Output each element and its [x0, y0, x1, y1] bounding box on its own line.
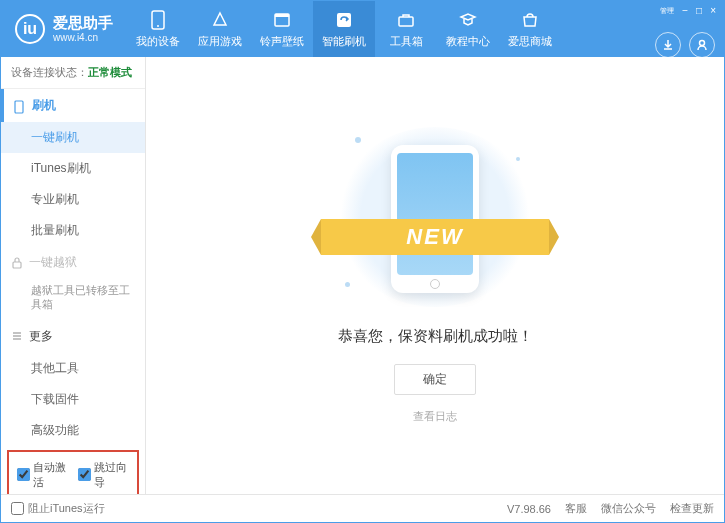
toolbox-icon [396, 10, 416, 30]
maximize-icon[interactable]: □ [696, 5, 702, 16]
close-icon[interactable]: × [710, 5, 716, 16]
app-url: www.i4.cn [53, 32, 113, 43]
sidebar-item-pro-flash[interactable]: 专业刷机 [1, 184, 145, 215]
svg-rect-5 [399, 17, 413, 26]
service-link[interactable]: 客服 [565, 501, 587, 516]
view-log-link[interactable]: 查看日志 [413, 409, 457, 424]
section-label: 更多 [29, 328, 53, 345]
checkbox-label: 自动激活 [33, 460, 68, 490]
success-illustration: NEW [335, 127, 535, 307]
titlebar: iu 爱思助手 www.i4.cn 我的设备 应用游戏 铃声壁纸 智能刷机 [1, 1, 724, 57]
main-nav: 我的设备 应用游戏 铃声壁纸 智能刷机 工具箱 教程中心 [127, 1, 652, 57]
phone-icon [148, 10, 168, 30]
nav-toolbox[interactable]: 工具箱 [375, 1, 437, 57]
status-label: 设备连接状态： [11, 66, 88, 78]
logo[interactable]: iu 爱思助手 www.i4.cn [1, 1, 127, 57]
section-label: 一键越狱 [29, 254, 77, 271]
download-icon[interactable] [655, 32, 681, 58]
svg-rect-3 [275, 14, 289, 17]
new-banner: NEW [321, 219, 549, 255]
nav-my-device[interactable]: 我的设备 [127, 1, 189, 57]
user-icon[interactable] [689, 32, 715, 58]
checkbox-label: 跳过向导 [94, 460, 129, 490]
nav-label: 工具箱 [390, 34, 423, 49]
success-message: 恭喜您，保资料刷机成功啦！ [338, 327, 533, 346]
sidebar-item-batch-flash[interactable]: 批量刷机 [1, 215, 145, 246]
app-title: 爱思助手 [53, 15, 113, 32]
app-window: iu 爱思助手 www.i4.cn 我的设备 应用游戏 铃声壁纸 智能刷机 [0, 0, 725, 523]
apps-icon [210, 10, 230, 30]
nav-label: 教程中心 [446, 34, 490, 49]
sidebar-section-more[interactable]: 更多 [1, 320, 145, 353]
logo-icon: iu [15, 14, 45, 44]
sidebar: 设备连接状态：正常模式 刷机 一键刷机 iTunes刷机 专业刷机 批量刷机 一… [1, 57, 146, 494]
nav-ringtones[interactable]: 铃声壁纸 [251, 1, 313, 57]
options-highlighted: 自动激活 跳过向导 [7, 450, 139, 494]
checkbox-label: 阻止iTunes运行 [28, 501, 105, 516]
sidebar-item-itunes-flash[interactable]: iTunes刷机 [1, 153, 145, 184]
svg-rect-7 [15, 101, 23, 113]
minimize-icon[interactable]: − [682, 5, 688, 16]
version-label: V7.98.66 [507, 503, 551, 515]
section-label: 刷机 [32, 97, 56, 114]
nav-label: 我的设备 [136, 34, 180, 49]
sidebar-item-download-firmware[interactable]: 下载固件 [1, 384, 145, 415]
nav-tutorials[interactable]: 教程中心 [437, 1, 499, 57]
manage-label[interactable]: 管理 [660, 6, 674, 16]
lock-icon [11, 257, 23, 269]
phone-small-icon [14, 100, 26, 112]
sidebar-item-advanced[interactable]: 高级功能 [1, 415, 145, 446]
sidebar-item-other-tools[interactable]: 其他工具 [1, 353, 145, 384]
nav-label: 智能刷机 [322, 34, 366, 49]
tutorial-icon [458, 10, 478, 30]
svg-rect-4 [337, 13, 351, 27]
footer: 阻止iTunes运行 V7.98.66 客服 微信公众号 检查更新 [1, 494, 724, 522]
checkbox-skip-guide[interactable]: 跳过向导 [78, 460, 129, 490]
menu-icon [11, 330, 23, 342]
nav-store[interactable]: 爱思商城 [499, 1, 561, 57]
ok-button[interactable]: 确定 [394, 364, 476, 395]
main-content: NEW 恭喜您，保资料刷机成功啦！ 确定 查看日志 [146, 57, 724, 494]
status-mode: 正常模式 [88, 66, 132, 78]
checkbox-auto-activate[interactable]: 自动激活 [17, 460, 68, 490]
jailbreak-note: 越狱工具已转移至工具箱 [1, 279, 145, 320]
sidebar-section-flash[interactable]: 刷机 [1, 89, 145, 122]
checkbox-input[interactable] [78, 468, 91, 481]
nav-label: 应用游戏 [198, 34, 242, 49]
nav-flash[interactable]: 智能刷机 [313, 1, 375, 57]
sidebar-section-jailbreak[interactable]: 一键越狱 [1, 246, 145, 279]
svg-rect-8 [13, 262, 21, 268]
flash-icon [334, 10, 354, 30]
nav-label: 爱思商城 [508, 34, 552, 49]
check-update-link[interactable]: 检查更新 [670, 501, 714, 516]
nav-apps[interactable]: 应用游戏 [189, 1, 251, 57]
store-icon [520, 10, 540, 30]
sidebar-item-oneclick-flash[interactable]: 一键刷机 [1, 122, 145, 153]
connection-status: 设备连接状态：正常模式 [1, 57, 145, 89]
wechat-link[interactable]: 微信公众号 [601, 501, 656, 516]
wallpaper-icon [272, 10, 292, 30]
checkbox-input[interactable] [11, 502, 24, 515]
checkbox-block-itunes[interactable]: 阻止iTunes运行 [11, 501, 105, 516]
svg-point-6 [700, 41, 705, 46]
checkbox-input[interactable] [17, 468, 30, 481]
nav-label: 铃声壁纸 [260, 34, 304, 49]
svg-point-1 [157, 25, 159, 27]
